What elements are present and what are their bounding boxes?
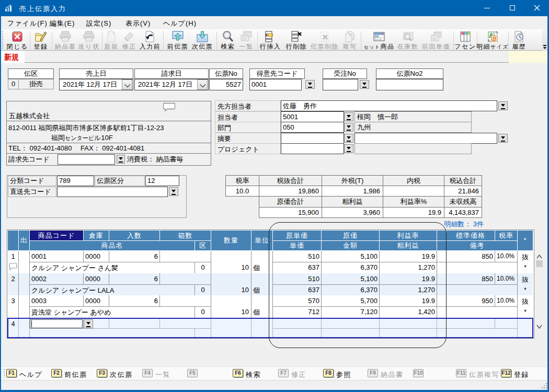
svg-text:B: B <box>493 36 497 42</box>
